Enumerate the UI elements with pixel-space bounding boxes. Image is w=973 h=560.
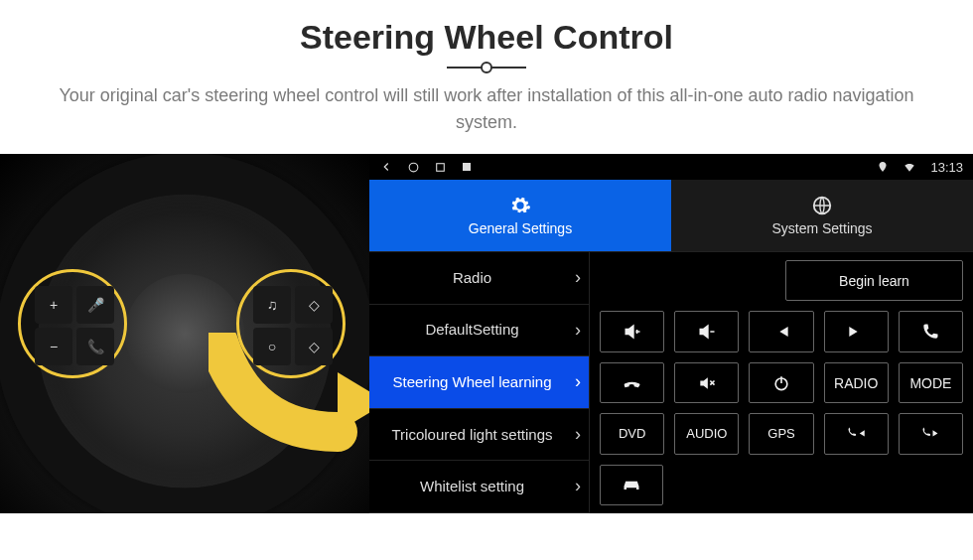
chevron-right-icon: ›: [575, 267, 581, 289]
grid-row-2: [600, 311, 963, 351]
prev-track-icon: [771, 322, 791, 342]
grid-spacer: [600, 260, 775, 301]
grid-row-3: RADIO MODE: [600, 362, 963, 403]
status-time: 13:13: [930, 160, 963, 175]
call-next-button[interactable]: [899, 413, 963, 454]
grid-row-5: [600, 465, 963, 505]
side-item-radio[interactable]: Radio ›: [369, 252, 590, 305]
svg-rect-2: [437, 163, 445, 171]
chevron-right-icon: ›: [575, 476, 581, 497]
mute-button[interactable]: [674, 362, 739, 403]
side-item-label: Whitelist setting: [420, 478, 524, 495]
tab-system-label: System Settings: [771, 220, 872, 236]
button-grid: Begin learn RADIO MODE DVD: [590, 252, 973, 513]
power-button[interactable]: [749, 362, 813, 403]
tab-general-settings[interactable]: General Settings: [369, 180, 671, 251]
wheel-btn-b: ◇: [295, 286, 333, 324]
svg-rect-3: [463, 163, 471, 171]
prev-track-button[interactable]: [749, 311, 813, 351]
wheel-btn-d: ◇: [295, 328, 333, 365]
call-prev-button[interactable]: [824, 413, 889, 454]
device-screen: 13:13 General Settings System Settings R…: [369, 154, 973, 513]
begin-learn-button[interactable]: Begin learn: [785, 260, 963, 301]
phone-prev-icon: [846, 424, 866, 444]
globe-icon: [811, 195, 833, 216]
side-item-whitelist[interactable]: Whitelist setting ›: [369, 461, 590, 513]
wheel-btn-voice: 🎤: [76, 286, 114, 324]
wifi-icon: [903, 160, 916, 174]
wheel-highlight-left: + 🎤 − 📞: [18, 269, 127, 378]
grid-spacer: [673, 465, 963, 505]
next-track-button[interactable]: [824, 311, 889, 351]
side-item-label: DefaultSetting: [425, 321, 518, 339]
phone-icon: [920, 322, 940, 342]
car-button[interactable]: [600, 465, 663, 505]
tabs: General Settings System Settings: [369, 180, 973, 251]
side-item-label: Steering Wheel learning: [392, 373, 551, 391]
side-item-label: Tricoloured light settings: [391, 426, 552, 444]
wheel-hub: [125, 274, 244, 393]
wheel-btn-c: ○: [253, 328, 291, 365]
volume-up-icon: [623, 322, 642, 342]
hangup-icon: [623, 373, 642, 393]
radio-button[interactable]: RADIO: [824, 362, 889, 403]
side-item-default-setting[interactable]: DefaultSetting ›: [369, 305, 590, 357]
mute-icon: [697, 373, 717, 393]
wheel-btn-phone: 📞: [76, 328, 114, 365]
chevron-right-icon: ›: [575, 320, 581, 342]
app-icon: [461, 161, 473, 173]
vol-up-button[interactable]: [600, 311, 664, 351]
wheel-btn-minus: −: [35, 328, 72, 365]
chevron-right-icon: ›: [575, 371, 581, 393]
grid-row-1: Begin learn: [600, 260, 963, 301]
mode-button[interactable]: MODE: [899, 362, 963, 403]
wheel-buttons-left: + 🎤 − 📞: [35, 286, 114, 365]
grid-row-4: DVD AUDIO GPS: [600, 413, 963, 454]
page-title: Steering Wheel Control: [0, 18, 973, 57]
wheel-btn-plus: +: [35, 286, 72, 324]
side-item-steering-wheel-learning[interactable]: Steering Wheel learning ›: [369, 356, 590, 409]
car-icon: [622, 475, 641, 494]
side-item-label: Radio: [453, 269, 491, 287]
power-icon: [771, 373, 791, 393]
svg-point-1: [409, 163, 418, 172]
gear-icon: [509, 195, 531, 216]
call-button[interactable]: [899, 311, 963, 351]
page-subtitle: Your original car's steering wheel contr…: [40, 82, 933, 136]
content-area: Radio › DefaultSetting › Steering Wheel …: [369, 251, 973, 513]
chevron-right-icon: ›: [575, 424, 581, 446]
wheel-buttons-right: ♫ ◇ ○ ◇: [253, 286, 333, 365]
side-list: Radio › DefaultSetting › Steering Wheel …: [369, 252, 590, 513]
recents-icon[interactable]: [434, 161, 447, 174]
hangup-button[interactable]: [600, 362, 664, 403]
steering-wheel-photo: + 🎤 − 📞 ♫ ◇ ○ ◇: [0, 154, 369, 513]
wheel-btn-a: ♫: [253, 286, 291, 324]
dvd-button[interactable]: DVD: [600, 413, 664, 454]
vol-down-button[interactable]: [674, 311, 739, 351]
home-icon[interactable]: [407, 161, 420, 174]
tab-general-label: General Settings: [469, 220, 572, 236]
stage: + 🎤 − 📞 ♫ ◇ ○ ◇: [0, 154, 973, 513]
next-track-icon: [846, 322, 866, 342]
status-bar: 13:13: [369, 154, 973, 180]
phone-next-icon: [920, 424, 940, 444]
tab-system-settings[interactable]: System Settings: [671, 180, 973, 251]
volume-down-icon: [697, 322, 717, 342]
back-icon[interactable]: [379, 160, 393, 174]
gps-button[interactable]: GPS: [749, 413, 813, 454]
gps-icon: [877, 161, 889, 173]
side-item-tricoloured-light[interactable]: Tricoloured light settings ›: [369, 409, 590, 462]
audio-button[interactable]: AUDIO: [674, 413, 739, 454]
wheel-highlight-right: ♫ ◇ ○ ◇: [236, 269, 346, 378]
title-underline: [447, 67, 526, 69]
